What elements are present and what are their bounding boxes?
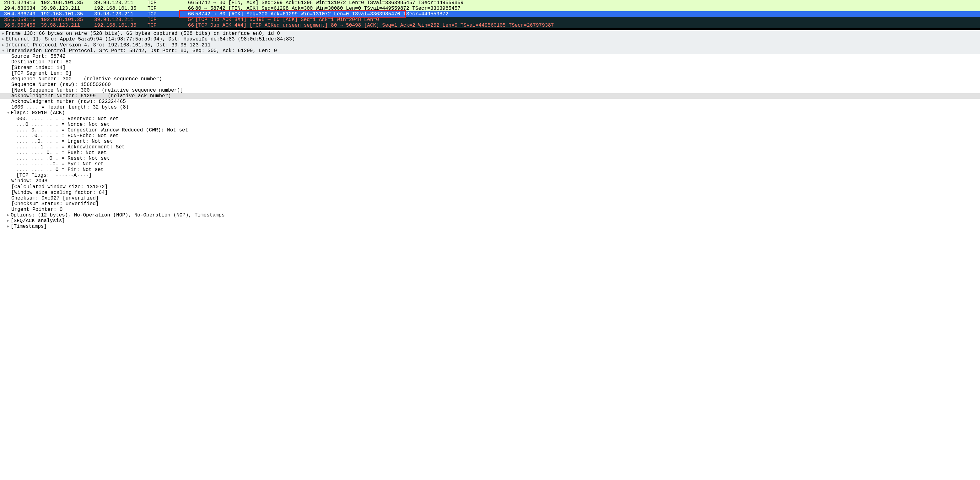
caret-right-icon[interactable]: ▸ — [6, 218, 11, 224]
tcp-header-len[interactable]: 1000 .... = Header Length: 32 bytes (8) — [0, 105, 980, 110]
tcp-checksum[interactable]: Checksum: 0xc927 [unverified] — [0, 195, 980, 201]
col-destination: 39.98.123.211 — [94, 11, 148, 17]
col-info: 80 → 58742 [FIN, ACK] Seq=61298 Ack=300 … — [195, 6, 979, 11]
flag-fin[interactable]: .... .... ...0 = Fin: Not set — [0, 167, 980, 173]
tcp-seq-raw[interactable]: Sequence Number (raw): 1568502660 — [0, 82, 980, 87]
col-no: 36 — [1, 22, 11, 28]
tcp-window[interactable]: Window: 2048 — [0, 178, 980, 184]
col-info: 58742 → 80 [ACK] Seq=300 Ack=61299 Win=1… — [195, 11, 979, 17]
col-info: [TCP Dup ACK 4#4] [TCP ACKed unseen segm… — [195, 22, 979, 28]
col-source: 192.168.101.35 — [41, 17, 94, 22]
tree-tcp-options[interactable]: ▸Options: (12 bytes), No-Operation (NOP)… — [0, 212, 980, 218]
packet-row[interactable]: 294.83663439.98.123.211192.168.101.35TCP… — [0, 6, 980, 11]
caret-down-icon[interactable]: ▾ — [1, 48, 6, 54]
col-no: 28 — [1, 0, 11, 6]
flag-nonce[interactable]: ...0 .... .... = Nonce: Not set — [0, 122, 980, 127]
flag-psh[interactable]: .... .... 0... = Push: Not set — [0, 150, 980, 156]
col-destination: 192.168.101.35 — [94, 22, 148, 28]
tree-seq-ack-analysis[interactable]: ▸[SEQ/ACK analysis] — [0, 218, 980, 224]
col-time: 5.059116 — [11, 17, 41, 22]
ip-summary: Internet Protocol Version 4, Src: 192.16… — [6, 42, 211, 48]
flag-cwr[interactable]: .... 0... .... = Congestion Window Reduc… — [0, 127, 980, 133]
tcp-ack-raw[interactable]: Acknowledgment number (raw): 822324465 — [0, 99, 980, 105]
tcp-source-port[interactable]: Source Port: 58742 — [0, 54, 980, 59]
flag-urg[interactable]: .... ..0. .... = Urgent: Not set — [0, 139, 980, 144]
flag-rst[interactable]: .... .... .0.. = Reset: Not set — [0, 156, 980, 161]
col-time: 4.836634 — [11, 6, 41, 11]
caret-right-icon[interactable]: ▸ — [6, 212, 11, 218]
col-source: 39.98.123.211 — [41, 22, 94, 28]
col-length: 66 — [183, 6, 194, 11]
col-destination: 39.98.123.211 — [94, 0, 148, 6]
col-protocol: TCP — [148, 0, 183, 6]
caret-down-icon[interactable]: ▾ — [6, 110, 11, 116]
packet-row[interactable]: 355.059116192.168.101.3539.98.123.211TCP… — [0, 17, 980, 22]
flag-syn[interactable]: .... .... ..0. = Syn: Not set — [0, 161, 980, 167]
col-time: 4.824913 — [11, 0, 41, 6]
packet-row[interactable]: 284.824913192.168.101.3539.98.123.211TCP… — [0, 0, 980, 6]
col-source: 192.168.101.35 — [41, 11, 94, 17]
col-protocol: TCP — [148, 6, 183, 11]
col-length: 66 — [183, 22, 194, 28]
tcp-checksum-status[interactable]: [Checksum Status: Unverified] — [0, 201, 980, 207]
tree-ip[interactable]: ▸Internet Protocol Version 4, Src: 192.1… — [0, 42, 980, 48]
caret-right-icon[interactable]: ▸ — [1, 31, 6, 37]
col-no: 29 — [1, 6, 11, 11]
tcp-segment-len[interactable]: [TCP Segment Len: 0] — [0, 71, 980, 76]
eth-summary: Ethernet II, Src: Apple_5a:a9:94 (14:98:… — [6, 37, 295, 42]
tree-tcp-flags[interactable]: ▾Flags: 0x010 (ACK) — [0, 110, 980, 116]
tcp-dest-port[interactable]: Destination Port: 80 — [0, 59, 980, 65]
col-protocol: TCP — [148, 17, 183, 22]
tcp-next-seq[interactable]: [Next Sequence Number: 300 (relative seq… — [0, 87, 980, 93]
col-protocol: TCP — [148, 22, 183, 28]
col-time: 4.836749 — [11, 11, 41, 17]
flag-reserved[interactable]: 000. .... .... = Reserved: Not set — [0, 116, 980, 122]
tcp-seq[interactable]: Sequence Number: 300 (relative sequence … — [0, 76, 980, 82]
caret-right-icon[interactable]: ▸ — [6, 224, 11, 229]
packet-details[interactable]: ▸Frame 130: 66 bytes on wire (528 bits),… — [0, 30, 980, 229]
col-length: 54 — [183, 17, 194, 22]
col-no: 35 — [1, 17, 11, 22]
packet-row[interactable]: 304.836749192.168.101.3539.98.123.211TCP… — [0, 11, 980, 17]
col-info: 58742 → 80 [FIN, ACK] Seq=299 Ack=61298 … — [195, 0, 979, 6]
tree-ethernet[interactable]: ▸Ethernet II, Src: Apple_5a:a9:94 (14:98… — [0, 37, 980, 42]
tree-frame[interactable]: ▸Frame 130: 66 bytes on wire (528 bits),… — [0, 31, 980, 37]
tcp-urgent-ptr[interactable]: Urgent Pointer: 0 — [0, 207, 980, 212]
col-no: 30 — [1, 11, 11, 17]
col-info: [TCP Dup ACK 3#4] 50498 → 80 [ACK] Seq=1… — [195, 17, 979, 22]
packet-list[interactable]: 284.824913192.168.101.3539.98.123.211TCP… — [0, 0, 980, 30]
tcp-ack[interactable]: Acknowledgment Number: 61299 (relative a… — [0, 93, 980, 99]
packet-row[interactable]: 365.06945539.98.123.211192.168.101.35TCP… — [0, 22, 980, 28]
flag-string[interactable]: [TCP Flags: ·······A····] — [0, 173, 980, 178]
tcp-stream-index[interactable]: [Stream index: 14] — [0, 65, 980, 71]
col-protocol: TCP — [148, 11, 183, 17]
tree-tcp[interactable]: ▾Transmission Control Protocol, Src Port… — [0, 48, 980, 54]
col-destination: 39.98.123.211 — [94, 17, 148, 22]
tcp-summary: Transmission Control Protocol, Src Port:… — [6, 48, 277, 54]
caret-right-icon[interactable]: ▸ — [1, 42, 6, 48]
col-source: 39.98.123.211 — [41, 6, 94, 11]
tcp-calc-window[interactable]: [Calculated window size: 131072] — [0, 184, 980, 190]
tcp-window-scale[interactable]: [Window size scaling factor: 64] — [0, 190, 980, 195]
tree-timestamps[interactable]: ▸[Timestamps] — [0, 224, 980, 229]
col-destination: 192.168.101.35 — [94, 6, 148, 11]
flag-ack[interactable]: .... ...1 .... = Acknowledgment: Set — [0, 144, 980, 150]
frame-summary: Frame 130: 66 bytes on wire (528 bits), … — [6, 31, 280, 37]
col-length: 66 — [183, 0, 194, 6]
col-time: 5.069455 — [11, 22, 41, 28]
col-source: 192.168.101.35 — [41, 0, 94, 6]
caret-right-icon[interactable]: ▸ — [1, 37, 6, 42]
flag-ece[interactable]: .... .0.. .... = ECN-Echo: Not set — [0, 133, 980, 139]
col-length: 66 — [183, 11, 194, 17]
